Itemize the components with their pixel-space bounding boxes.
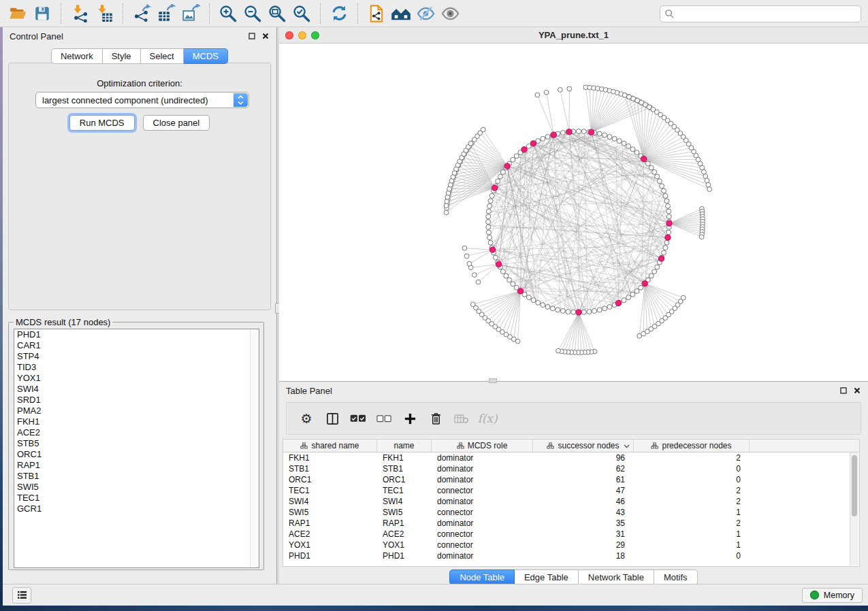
- run-mcds-button[interactable]: Run MCDS: [69, 115, 135, 131]
- delete-column-button[interactable]: [425, 408, 446, 429]
- cell-name[interactable]: FKH1: [377, 452, 432, 463]
- tab-style[interactable]: Style: [103, 48, 141, 64]
- cell-successor-nodes[interactable]: 18: [533, 550, 634, 561]
- column-header-shared-name[interactable]: shared name: [283, 440, 377, 452]
- tab-edge-table[interactable]: Edge Table: [515, 569, 579, 585]
- cell-successor-nodes[interactable]: 31: [533, 529, 634, 540]
- cell-mcds-role[interactable]: connector: [432, 540, 533, 550]
- tab-select[interactable]: Select: [141, 48, 184, 64]
- cell-successor-nodes[interactable]: 46: [533, 496, 634, 507]
- tab-node-table[interactable]: Node Table: [449, 569, 515, 585]
- cell-mcds-role[interactable]: dominator: [432, 518, 533, 529]
- cell-shared-name[interactable]: SWI4: [283, 496, 377, 507]
- table-row[interactable]: SWI5SWI5connector431: [283, 507, 859, 518]
- open-session-button[interactable]: [7, 3, 28, 24]
- cell-successor-nodes[interactable]: 96: [533, 452, 634, 463]
- table-row[interactable]: SWI4SWI4dominator462: [283, 496, 859, 507]
- node-table[interactable]: shared namenameMCDS rolesuccessor nodesp…: [283, 439, 860, 567]
- create-column-button[interactable]: [400, 408, 420, 429]
- cell-successor-nodes[interactable]: 35: [533, 518, 634, 529]
- table-row[interactable]: PHD1PHD1dominator180: [283, 550, 859, 561]
- cell-shared-name[interactable]: ACE2: [283, 529, 377, 540]
- cell-successor-nodes[interactable]: 29: [533, 540, 634, 550]
- mcds-node-item[interactable]: FKH1: [14, 416, 259, 427]
- cell-successor-nodes[interactable]: 43: [533, 507, 634, 518]
- mcds-node-item[interactable]: SWI5: [14, 482, 259, 493]
- select-all-columns-button[interactable]: [348, 408, 368, 429]
- mcds-node-item[interactable]: SRD1: [14, 395, 259, 406]
- network-titlebar[interactable]: YPA_prune.txt_1: [279, 27, 868, 44]
- column-header-successor-nodes[interactable]: successor nodes: [533, 440, 634, 452]
- tab-mcds[interactable]: MCDS: [184, 48, 228, 64]
- mcds-node-item[interactable]: GCR1: [14, 503, 259, 514]
- cell-successor-nodes[interactable]: 47: [533, 485, 634, 496]
- table-row[interactable]: RAP1RAP1dominator352: [283, 518, 859, 529]
- table-row[interactable]: STB1STB1dominator620: [283, 463, 859, 474]
- zoom-fit-button[interactable]: [267, 3, 287, 24]
- cell-shared-name[interactable]: RAP1: [283, 518, 377, 529]
- tab-motifs[interactable]: Motifs: [654, 569, 698, 585]
- close-window-icon[interactable]: [285, 31, 293, 39]
- task-history-button[interactable]: [12, 587, 31, 604]
- cell-mcds-role[interactable]: dominator: [432, 463, 533, 474]
- table-row[interactable]: FKH1FKH1dominator962: [283, 452, 859, 463]
- list-scrollbar[interactable]: [250, 329, 259, 567]
- search-box[interactable]: [660, 5, 861, 22]
- cell-mcds-role[interactable]: dominator: [432, 474, 533, 485]
- cell-shared-name[interactable]: YOX1: [283, 540, 377, 550]
- search-input[interactable]: [675, 9, 856, 20]
- zoom-in-button[interactable]: [218, 3, 238, 24]
- apply-layout-button[interactable]: [329, 3, 349, 24]
- cell-name[interactable]: ACE2: [377, 529, 432, 540]
- column-header-name[interactable]: name: [377, 440, 432, 452]
- column-header-mcds-role[interactable]: MCDS role: [432, 440, 533, 452]
- cell-shared-name[interactable]: ORC1: [283, 474, 377, 485]
- cell-name[interactable]: TEC1: [377, 485, 432, 496]
- cell-name[interactable]: SWI5: [377, 507, 432, 518]
- cell-predecessor-nodes[interactable]: 1: [634, 529, 750, 540]
- import-table-button[interactable]: [94, 3, 114, 24]
- cell-predecessor-nodes[interactable]: 1: [634, 507, 750, 518]
- show-graphics-details-button[interactable]: [440, 3, 460, 24]
- cell-successor-nodes[interactable]: 61: [533, 474, 634, 485]
- table-row[interactable]: ACE2ACE2connector311: [283, 529, 859, 540]
- mcds-node-item[interactable]: ACE2: [14, 427, 259, 438]
- tab-network[interactable]: Network: [51, 48, 103, 64]
- cell-predecessor-nodes[interactable]: 2: [634, 518, 750, 529]
- mcds-node-item[interactable]: ORC1: [14, 449, 259, 460]
- cell-mcds-role[interactable]: dominator: [432, 496, 533, 507]
- cell-mcds-role[interactable]: dominator: [432, 452, 533, 463]
- mcds-node-item[interactable]: TEC1: [14, 493, 259, 503]
- cell-predecessor-nodes[interactable]: 0: [634, 474, 750, 485]
- cell-mcds-role[interactable]: connector: [432, 485, 533, 496]
- cell-name[interactable]: STB1: [377, 463, 432, 474]
- cell-name[interactable]: PHD1: [377, 550, 432, 561]
- zoom-selected-button[interactable]: [291, 3, 312, 24]
- cell-predecessor-nodes[interactable]: 0: [634, 463, 750, 474]
- export-table-button[interactable]: [156, 3, 176, 24]
- table-row[interactable]: TEC1TEC1connector472: [283, 485, 859, 496]
- cell-name[interactable]: RAP1: [377, 518, 432, 529]
- export-image-button[interactable]: [180, 3, 201, 24]
- export-network-button[interactable]: [131, 3, 152, 24]
- table-row[interactable]: YOX1YOX1connector291: [283, 540, 859, 550]
- cell-mcds-role[interactable]: dominator: [432, 550, 533, 561]
- cell-mcds-role[interactable]: connector: [432, 529, 533, 540]
- show-columns-button[interactable]: [322, 408, 342, 429]
- hide-graphics-details-button[interactable]: [415, 3, 436, 24]
- mcds-node-item[interactable]: YOX1: [14, 373, 259, 384]
- mcds-node-item[interactable]: PHD1: [14, 329, 259, 340]
- import-network-button[interactable]: [69, 3, 90, 24]
- close-panel-button-mcds[interactable]: Close panel: [143, 115, 210, 131]
- tab-network-table[interactable]: Network Table: [579, 569, 654, 585]
- float-panel-button[interactable]: [246, 31, 257, 42]
- cell-name[interactable]: SWI4: [377, 496, 432, 507]
- network-canvas[interactable]: [279, 44, 868, 381]
- zoom-out-button[interactable]: [242, 3, 263, 24]
- save-session-button[interactable]: [32, 3, 52, 24]
- cell-predecessor-nodes[interactable]: 0: [634, 550, 750, 561]
- cell-predecessor-nodes[interactable]: 2: [634, 496, 750, 507]
- mcds-node-item[interactable]: CAR1: [14, 340, 259, 351]
- cell-shared-name[interactable]: SWI5: [283, 507, 377, 518]
- mcds-node-item[interactable]: RAP1: [14, 460, 259, 471]
